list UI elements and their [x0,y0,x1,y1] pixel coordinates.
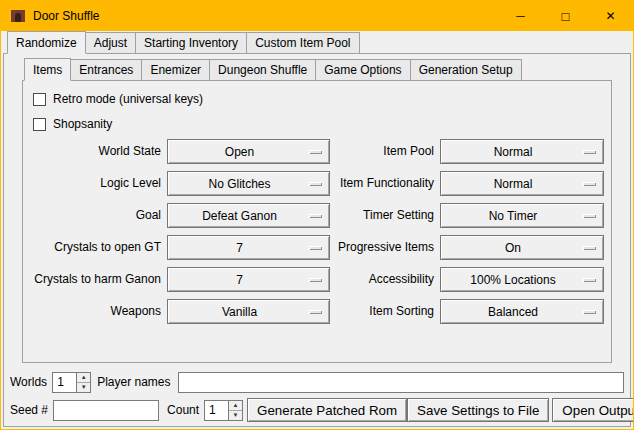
tab-adjust[interactable]: Adjust [85,32,136,54]
checkbox-icon [33,118,46,131]
dropdown-indicator-icon [309,150,322,154]
spin-up-icon[interactable]: ▲ [229,401,242,411]
shopsanity-checkbox[interactable]: Shopsanity [33,114,611,134]
tab-items[interactable]: Items [24,58,71,81]
dropdown-value: 100% Locations [470,273,573,287]
tab-enemizer[interactable]: Enemizer [141,59,210,81]
spin-down-icon[interactable]: ▼ [229,411,242,420]
dropdown-value: 7 [236,241,261,255]
dropdown-value: Normal [494,145,551,159]
close-button[interactable]: ✕ [588,1,633,31]
spin-down-icon[interactable]: ▼ [77,383,90,392]
app-icon [10,8,26,24]
dropdown-value: Balanced [488,305,556,319]
world-state-dropdown[interactable]: Open [167,139,330,164]
dropdown-value: Defeat Ganon [202,209,295,223]
accessibility-label: Accessibility [330,267,434,292]
footer: Worlds ▲ ▼ Player names Seed # Count [10,371,624,422]
option-row: Goal Defeat Ganon Timer Setting No Timer [29,203,611,228]
dropdown-indicator-icon [309,246,322,250]
count-spinbox: ▲ ▼ [204,400,243,421]
crystals-gt-dropdown[interactable]: 7 [167,235,330,260]
dropdown-indicator-icon [309,278,322,282]
dropdown-value: Open [225,145,272,159]
tab-randomize[interactable]: Randomize [7,31,86,54]
dropdown-value: Normal [494,177,551,191]
logic-level-label: Logic Level [29,171,161,196]
dropdown-value: 7 [236,273,261,287]
item-pool-label: Item Pool [330,139,434,164]
timer-setting-label: Timer Setting [330,203,434,228]
checkbox-label: Retro mode (universal keys) [53,92,203,106]
dropdown-value: No Glitches [208,177,288,191]
dropdown-indicator-icon [583,150,596,154]
items-pane: Retro mode (universal keys) Shopsanity W… [22,80,612,363]
world-state-label: World State [29,139,161,164]
dropdown-value: Vanilla [222,305,275,319]
generate-patched-rom-button[interactable]: Generate Patched Rom [247,398,407,422]
tab-generation-setup[interactable]: Generation Setup [410,59,522,81]
player-names-label: Player names [97,375,170,389]
minimize-button[interactable]: ─ [498,1,543,31]
player-names-input[interactable] [178,372,625,393]
seed-input[interactable] [53,400,159,421]
option-row: World State Open Item Pool Normal [29,139,611,164]
door-shuffle-window: Door Shuffle ─ □ ✕ Randomize Adjust Star… [0,0,634,430]
crystals-gt-label: Crystals to open GT [29,235,161,260]
window-title: Door Shuffle [33,9,498,23]
tab-game-options[interactable]: Game Options [315,59,410,81]
progressive-items-label: Progressive Items [330,235,434,260]
count-label: Count [167,403,199,417]
dropdown-indicator-icon [583,278,596,282]
dropdown-value: No Timer [489,209,556,223]
goal-dropdown[interactable]: Defeat Ganon [167,203,330,228]
dropdown-indicator-icon [583,310,596,314]
worlds-label: Worlds [10,375,47,389]
save-settings-button[interactable]: Save Settings to File [407,398,549,422]
option-row: Crystals to open GT 7 Progressive Items … [29,235,611,260]
dropdown-indicator-icon [309,214,322,218]
inner-tab-bar: Items Entrances Enemizer Dungeon Shuffle… [22,58,612,80]
weapons-label: Weapons [29,299,161,324]
item-functionality-label: Item Functionality [330,171,434,196]
checkbox-icon [33,93,46,106]
outer-tab-bar: Randomize Adjust Starting Inventory Cust… [1,31,633,53]
count-input[interactable] [204,400,228,421]
timer-setting-dropdown[interactable]: No Timer [440,203,604,228]
dropdown-indicator-icon [309,310,322,314]
randomize-pane: Items Entrances Enemizer Dungeon Shuffle… [3,53,631,427]
dropdown-value: On [505,241,539,255]
logic-level-dropdown[interactable]: No Glitches [167,171,330,196]
progressive-items-dropdown[interactable]: On [440,235,604,260]
worlds-spinbox: ▲ ▼ [52,372,91,393]
crystals-ganon-label: Crystals to harm Ganon [29,267,161,292]
option-row: Weapons Vanilla Item Sorting Balanced [29,299,611,324]
item-pool-dropdown[interactable]: Normal [440,139,604,164]
tab-dungeon-shuffle[interactable]: Dungeon Shuffle [209,59,316,81]
tab-entrances[interactable]: Entrances [70,59,142,81]
item-sorting-label: Item Sorting [330,299,434,324]
item-functionality-dropdown[interactable]: Normal [440,171,604,196]
tab-starting-inventory[interactable]: Starting Inventory [135,32,247,54]
weapons-dropdown[interactable]: Vanilla [167,299,330,324]
dropdown-indicator-icon [583,214,596,218]
option-row: Logic Level No Glitches Item Functionali… [29,171,611,196]
titlebar[interactable]: Door Shuffle ─ □ ✕ [1,1,633,31]
item-sorting-dropdown[interactable]: Balanced [440,299,604,324]
tab-custom-item-pool[interactable]: Custom Item Pool [246,32,359,54]
accessibility-dropdown[interactable]: 100% Locations [440,267,604,292]
goal-label: Goal [29,203,161,228]
open-output-directory-button[interactable]: Open Output Directory [552,398,634,422]
spin-up-icon[interactable]: ▲ [77,373,90,383]
worlds-input[interactable] [52,372,76,393]
crystals-ganon-dropdown[interactable]: 7 [167,267,330,292]
maximize-button[interactable]: □ [543,1,588,31]
seed-label: Seed # [10,403,48,417]
checkbox-label: Shopsanity [53,117,112,131]
dropdown-indicator-icon [583,182,596,186]
dropdown-indicator-icon [583,246,596,250]
option-row: Crystals to harm Ganon 7 Accessibility 1… [29,267,611,292]
dropdown-indicator-icon [309,182,322,186]
retro-mode-checkbox[interactable]: Retro mode (universal keys) [33,89,611,109]
